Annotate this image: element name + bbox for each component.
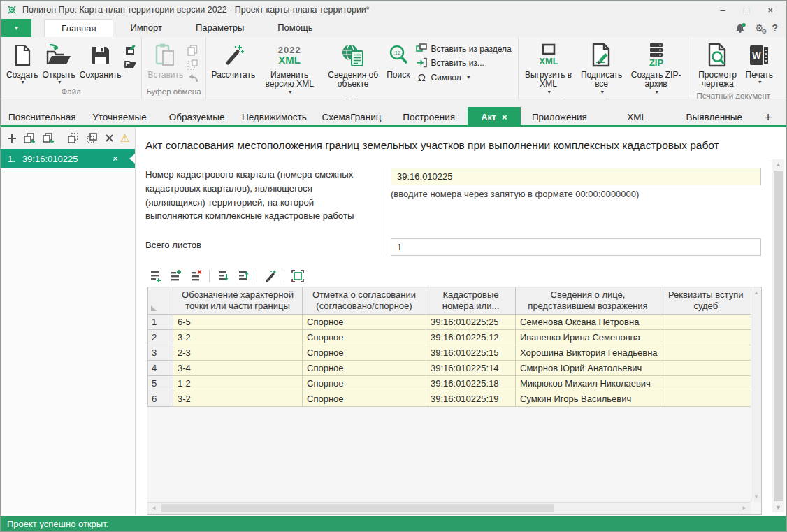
insert-from-button[interactable]: Вставить из... (416, 57, 511, 68)
panel-vertical-scrollbar[interactable]: ▲ ▼ (772, 159, 784, 512)
cell[interactable]: 3-2 (173, 329, 303, 345)
insert-row-icon[interactable] (167, 268, 184, 285)
sign-all-button[interactable]: Подписать все ▼ (575, 40, 628, 96)
create-zip-button[interactable]: ZIP Создать ZIP-архив ▼ (628, 40, 684, 96)
cell[interactable]: Смирнов Юрий Анатольевич (516, 360, 660, 375)
preview-drawing-button[interactable]: Просмотр чертежа (692, 40, 744, 91)
cell[interactable] (660, 314, 751, 329)
menu-tab-pomosch[interactable]: Помощь (261, 19, 329, 37)
tab-prilozheniya[interactable]: Приложения (521, 107, 598, 127)
cell[interactable]: 1-2 (173, 375, 303, 391)
close-button[interactable]: × (758, 3, 782, 17)
cell[interactable]: 39:16:010225:12 (426, 329, 516, 345)
help-icon[interactable]: ? (772, 22, 778, 34)
duplicate-item-icon[interactable] (42, 132, 55, 145)
cell[interactable]: 39:16:010225:18 (426, 375, 516, 391)
table-horizontal-scrollbar[interactable]: ◄ ► (147, 502, 751, 514)
sidebar-item-selected[interactable]: 1. 39:16:010225 × (1, 149, 135, 168)
cell[interactable]: 39:16:010225:19 (426, 391, 516, 406)
open-button[interactable]: Открыть ▼ (41, 40, 78, 87)
delete-row-icon[interactable] (187, 268, 204, 285)
calculate-button[interactable]: Рассчитать (210, 40, 258, 81)
cell[interactable]: Сумкин Игорь Васильевич (516, 391, 660, 406)
col-requisites[interactable]: Реквизиты вступи судеб (660, 287, 751, 314)
cell[interactable]: Микрюков Михаил Николаевич (516, 375, 660, 391)
cell[interactable]: Иваненко Ирина Семеновна (516, 329, 660, 345)
hscroll-thumb[interactable] (161, 504, 554, 512)
symbol-button[interactable]: Ω Символ ▼ (416, 71, 511, 83)
app-menu-button[interactable]: ▼ (1, 19, 31, 37)
delete-item-icon[interactable] (105, 132, 114, 145)
col-person[interactable]: Сведения о лице, представившем возражени… (516, 287, 660, 314)
row-number[interactable]: 6 (148, 391, 173, 406)
cell[interactable]: 3-2 (173, 391, 303, 406)
quarter-number-input[interactable] (391, 168, 761, 185)
settings-gear-icon[interactable]: ⚙⚙ (755, 22, 764, 34)
paste-button[interactable]: Вставить (145, 40, 185, 81)
paste-special-item-icon[interactable] (86, 132, 99, 145)
warning-icon[interactable]: ⚠ (120, 132, 129, 145)
cell[interactable] (660, 375, 751, 391)
minimize-button[interactable]: – (711, 3, 735, 17)
cell[interactable] (660, 391, 751, 406)
move-row-down-icon[interactable] (215, 268, 231, 285)
save-as-icon[interactable] (124, 44, 136, 56)
change-xml-version-button[interactable]: 2022XML Изменить версию XML ▼ (257, 40, 322, 96)
tab-poyasnitelnaya[interactable]: Пояснительная (3, 107, 81, 127)
scroll-left-icon[interactable]: ◄ (151, 505, 157, 511)
undo-icon[interactable] (187, 73, 199, 82)
tab-xml[interactable]: XML (598, 107, 676, 127)
col-agreement[interactable]: Отметка о согласовании (согласовано/спор… (303, 287, 426, 314)
scroll-down-icon[interactable]: ▼ (772, 504, 784, 511)
add-tab-button[interactable]: + (753, 107, 784, 127)
col-cadastral[interactable]: Кадастровые номера или... (426, 287, 516, 314)
cell[interactable] (660, 360, 751, 375)
cell[interactable]: 39:16:010225:14 (426, 360, 516, 375)
tab-shemagranic[interactable]: СхемаГраниц (313, 107, 391, 127)
item-close-icon[interactable]: × (113, 153, 118, 164)
vscroll-thumb[interactable] (774, 171, 783, 501)
cell[interactable]: Спорное (303, 314, 426, 329)
scroll-up-icon[interactable]: ▲ (772, 161, 784, 168)
copy-item-icon[interactable] (23, 132, 36, 145)
tab-utochnyaemye[interactable]: Уточняемые (81, 107, 159, 127)
paste-special-icon[interactable] (187, 59, 199, 71)
cell[interactable]: 39:16:010225:15 (426, 345, 516, 360)
cell[interactable]: Спорное (303, 345, 426, 360)
tab-postroeniya[interactable]: Построения (390, 107, 468, 127)
col-point[interactable]: Обозначение характерной точки или части … (173, 287, 303, 314)
cell[interactable]: 2-3 (173, 345, 303, 360)
scroll-down-icon[interactable]: ▼ (753, 494, 759, 500)
add-item-icon[interactable] (7, 132, 17, 145)
move-row-up-icon[interactable] (235, 268, 252, 285)
notifications-bell-icon[interactable] (735, 22, 746, 34)
paste-item-icon[interactable] (67, 132, 80, 145)
scroll-right-icon[interactable]: ► (742, 505, 747, 511)
cell[interactable]: 6-5 (173, 314, 303, 329)
tab-nedvizhimost[interactable]: Недвижимость (236, 107, 313, 127)
cell[interactable]: Хорошина Виктория Генадьевна (516, 345, 660, 360)
cell[interactable]: 39:16:010225:25 (426, 314, 516, 329)
row-number[interactable]: 3 (148, 345, 173, 360)
copy-icon[interactable] (187, 44, 199, 56)
tab-vyyavlennye[interactable]: Выявленные (675, 107, 753, 127)
autofill-wand-icon[interactable] (262, 268, 279, 285)
sheets-count-input[interactable] (391, 238, 761, 256)
add-row-icon[interactable] (147, 268, 164, 285)
row-number[interactable]: 5 (148, 375, 173, 391)
menu-tab-parametry[interactable]: Параметры (179, 19, 261, 37)
menu-tab-glavnaya[interactable]: Главная (44, 19, 113, 37)
create-button[interactable]: Создать ▼ (4, 40, 41, 87)
tab-obrazuemye[interactable]: Образуемые (158, 107, 236, 127)
cell[interactable] (660, 329, 751, 345)
tab-akt-active[interactable]: Акт × (468, 107, 521, 127)
cell[interactable]: 3-4 (173, 360, 303, 375)
cell[interactable]: Спорное (303, 375, 426, 391)
row-number[interactable]: 1 (148, 314, 173, 329)
export-xml-button[interactable]: XML Выгрузить в XML ▼ (522, 40, 575, 96)
insert-from-section-button[interactable]: Вставить из раздела (416, 43, 511, 54)
search-button[interactable]: :12 Поиск (384, 40, 412, 81)
cell[interactable]: Спорное (303, 391, 426, 406)
cell[interactable] (660, 345, 751, 360)
row-number[interactable]: 2 (148, 329, 173, 345)
